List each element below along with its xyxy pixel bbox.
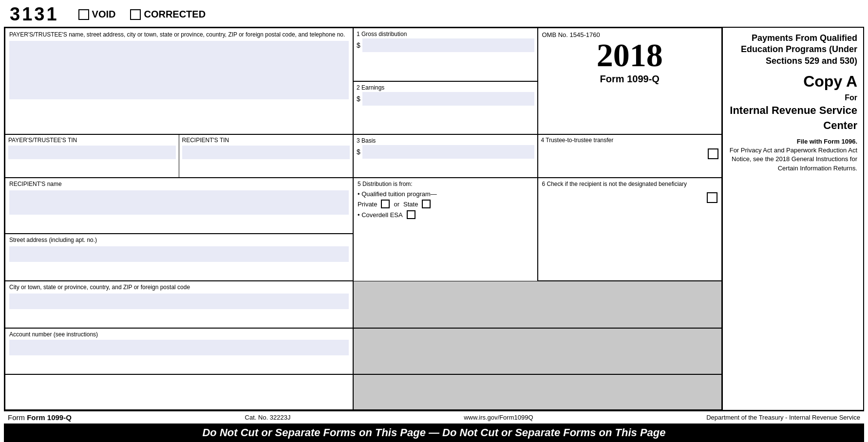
dist-sub1: • Qualified tuition program—	[358, 190, 533, 198]
dist-coverdell-label: • Coverdell ESA	[358, 211, 403, 219]
footer-cat: Cat. No. 32223J	[245, 414, 291, 421]
footer-form-name: Form Form 1099-Q	[8, 413, 72, 422]
dollar-sign-2: $	[357, 95, 360, 103]
payer-tin-input[interactable]	[8, 146, 176, 159]
trustee-checkbox[interactable]	[708, 148, 718, 159]
street-input[interactable]	[9, 246, 349, 262]
corrected-checkbox[interactable]	[130, 9, 141, 20]
tin-cell: PAYER'S/TRUSTEE'S TIN RECIPIENT'S TIN	[5, 134, 353, 178]
payer-cell: PAYER'S/TRUSTEE'S name, street address, …	[5, 28, 353, 134]
city-cell: City or town, state or province, country…	[5, 281, 353, 328]
do-not-cut-bar: Do Not Cut or Separate Forms on This Pag…	[4, 424, 864, 442]
dist-private-label: Private	[358, 201, 377, 208]
dist-or-label: or	[394, 201, 399, 208]
recipient-name-input[interactable]	[9, 190, 349, 215]
check-recipient-label: 6 Check if the recipient is not the desi…	[542, 181, 718, 187]
gross-dist-cell: 1 Gross distribution $	[353, 28, 538, 81]
footer-bar: Form Form 1099-Q Cat. No. 32223J www.irs…	[4, 411, 864, 424]
trustee-cell: 4 Trustee-to-trustee transfer	[538, 134, 722, 178]
empty-row-8	[5, 374, 353, 410]
gray-area-7	[353, 328, 722, 374]
basis-label: 3 Basis	[357, 137, 376, 144]
dollar-sign-1: $	[357, 41, 360, 49]
gross-dist-label: 1 Gross distribution	[357, 31, 407, 37]
account-label: Account number (see instructions)	[9, 331, 349, 338]
omb-cell: OMB No. 1545-1760 2018 Form 1099-Q	[538, 28, 722, 134]
right-panel: Payments From Qualified Education Progra…	[722, 28, 863, 410]
corrected-label: CORRECTED	[144, 9, 206, 20]
footer-department: Department of the Treasury - Internal Re…	[706, 414, 860, 421]
dollar-sign-3: $	[357, 148, 360, 156]
payer-tin-inner: PAYER'S/TRUSTEE'S TIN	[5, 135, 179, 177]
basis-cell: 3 Basis $	[353, 134, 538, 178]
irs-label: Internal Revenue Service Center	[729, 103, 857, 133]
file-with: File with Form 1096. For Privacy Act and…	[729, 137, 857, 173]
earnings-input[interactable]	[362, 92, 534, 106]
account-cell: Account number (see instructions)	[5, 328, 353, 374]
city-input[interactable]	[9, 294, 349, 309]
file-with-bold: File with Form 1096.	[797, 138, 857, 145]
dist-state-label: State	[403, 201, 418, 208]
form-name-omb: Form 1099-Q	[542, 74, 718, 85]
gray-area-8	[353, 374, 722, 410]
city-label: City or town, state or province, country…	[9, 284, 349, 291]
privacy-notice: For Privacy Act and Paperwork Reduction …	[730, 147, 857, 171]
void-label: VOID	[92, 9, 116, 20]
earnings-label: 2 Earnings	[357, 84, 384, 91]
dist-bullets: • Qualified tuition program— Private or …	[358, 190, 533, 219]
payer-name-input[interactable]	[9, 41, 349, 99]
corrected-checkbox-label[interactable]: CORRECTED	[130, 9, 206, 20]
payments-title: Payments From Qualified Education Progra…	[729, 33, 857, 67]
void-checkbox[interactable]	[78, 9, 89, 20]
dist-coverdell-checkbox[interactable]	[407, 210, 415, 219]
account-input[interactable]	[9, 340, 349, 355]
recipient-tin-inner: RECIPIENT'S TIN	[179, 135, 353, 177]
dist-label: 5 Distribution is from:	[358, 181, 533, 187]
payer-tin-label: PAYER'S/TRUSTEE'S TIN	[8, 137, 176, 144]
payer-label: PAYER'S/TRUSTEE'S name, street address, …	[9, 31, 345, 38]
top-bar: 3131 VOID CORRECTED	[0, 0, 868, 27]
void-corrected-section: VOID CORRECTED	[78, 9, 206, 20]
street-label: Street address (including apt. no.)	[9, 237, 349, 243]
check-recipient-cell: 6 Check if the recipient is not the desi…	[538, 178, 722, 281]
form-number: 3131	[10, 4, 59, 25]
basis-input[interactable]	[362, 145, 534, 159]
recipient-name-label: RECIPIENT'S name	[9, 181, 349, 187]
gray-area-6	[353, 281, 722, 328]
check-recipient-checkbox[interactable]	[707, 192, 717, 203]
void-checkbox-label[interactable]: VOID	[78, 9, 116, 20]
earnings-cell: 2 Earnings $	[353, 81, 538, 135]
recipient-tin-label: RECIPIENT'S TIN	[182, 137, 350, 144]
dist-state-checkbox[interactable]	[422, 200, 431, 208]
dist-private-row: Private or State	[358, 200, 533, 208]
street-cell: Street address (including apt. no.)	[5, 234, 353, 281]
footer-website: www.irs.gov/Form1099Q	[464, 414, 533, 421]
dist-coverdell-row: • Coverdell ESA	[358, 210, 533, 219]
recipient-name-cell: RECIPIENT'S name	[5, 178, 353, 234]
for-label: For	[729, 92, 857, 103]
copy-a: Copy A	[729, 71, 857, 92]
gross-dist-input[interactable]	[362, 38, 534, 52]
footer-form-bold: Form 1099-Q	[27, 413, 72, 422]
trustee-label: 4 Trustee-to-trustee transfer	[541, 137, 719, 144]
year-display: 2018	[542, 38, 718, 72]
main-form: PAYER'S/TRUSTEE'S name, street address, …	[4, 27, 864, 411]
recipient-tin-input[interactable]	[182, 146, 350, 159]
dist-private-checkbox[interactable]	[381, 200, 390, 208]
